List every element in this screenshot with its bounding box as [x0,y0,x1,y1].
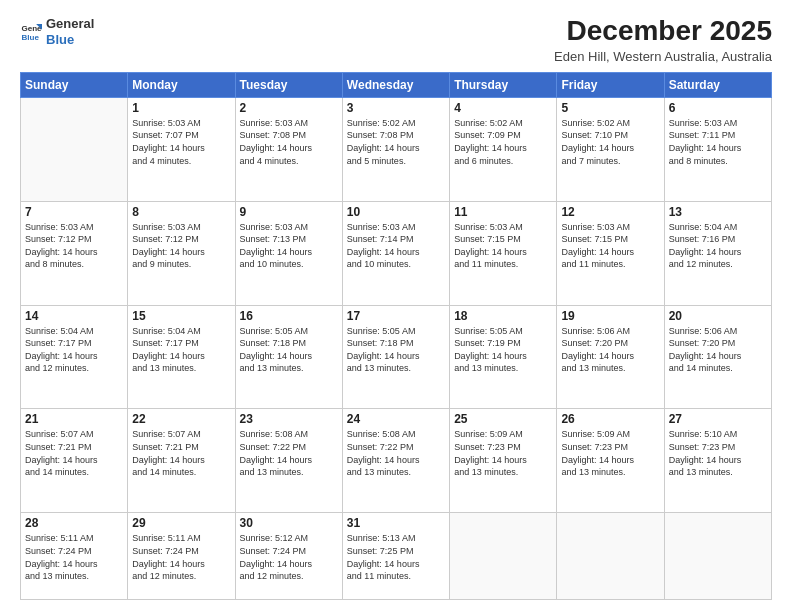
title-section: December 2025 Eden Hill, Western Austral… [554,16,772,64]
calendar-cell: 19Sunrise: 5:06 AM Sunset: 7:20 PM Dayli… [557,305,664,409]
calendar-cell: 27Sunrise: 5:10 AM Sunset: 7:23 PM Dayli… [664,409,771,513]
logo-icon: General Blue [20,21,42,43]
day-number: 19 [561,309,659,323]
day-info: Sunrise: 5:10 AM Sunset: 7:23 PM Dayligh… [669,428,767,478]
day-number: 1 [132,101,230,115]
calendar-cell: 13Sunrise: 5:04 AM Sunset: 7:16 PM Dayli… [664,201,771,305]
calendar-cell: 21Sunrise: 5:07 AM Sunset: 7:21 PM Dayli… [21,409,128,513]
day-number: 2 [240,101,338,115]
calendar-cell [450,513,557,600]
day-info: Sunrise: 5:02 AM Sunset: 7:08 PM Dayligh… [347,117,445,167]
day-info: Sunrise: 5:05 AM Sunset: 7:18 PM Dayligh… [347,325,445,375]
calendar-cell: 31Sunrise: 5:13 AM Sunset: 7:25 PM Dayli… [342,513,449,600]
calendar-cell: 11Sunrise: 5:03 AM Sunset: 7:15 PM Dayli… [450,201,557,305]
day-number: 22 [132,412,230,426]
calendar-cell: 3Sunrise: 5:02 AM Sunset: 7:08 PM Daylig… [342,97,449,201]
calendar-cell: 16Sunrise: 5:05 AM Sunset: 7:18 PM Dayli… [235,305,342,409]
calendar-header-tuesday: Tuesday [235,72,342,97]
day-info: Sunrise: 5:08 AM Sunset: 7:22 PM Dayligh… [240,428,338,478]
day-number: 28 [25,516,123,530]
calendar-cell: 1Sunrise: 5:03 AM Sunset: 7:07 PM Daylig… [128,97,235,201]
day-number: 7 [25,205,123,219]
header: General Blue General Blue December 2025 … [20,16,772,64]
calendar-header-monday: Monday [128,72,235,97]
day-info: Sunrise: 5:09 AM Sunset: 7:23 PM Dayligh… [561,428,659,478]
calendar-week-5: 28Sunrise: 5:11 AM Sunset: 7:24 PM Dayli… [21,513,772,600]
day-info: Sunrise: 5:03 AM Sunset: 7:13 PM Dayligh… [240,221,338,271]
calendar-cell [21,97,128,201]
calendar-week-2: 7Sunrise: 5:03 AM Sunset: 7:12 PM Daylig… [21,201,772,305]
day-info: Sunrise: 5:03 AM Sunset: 7:15 PM Dayligh… [454,221,552,271]
calendar-header-thursday: Thursday [450,72,557,97]
day-info: Sunrise: 5:03 AM Sunset: 7:12 PM Dayligh… [132,221,230,271]
day-number: 17 [347,309,445,323]
calendar-cell: 10Sunrise: 5:03 AM Sunset: 7:14 PM Dayli… [342,201,449,305]
calendar-cell: 9Sunrise: 5:03 AM Sunset: 7:13 PM Daylig… [235,201,342,305]
day-info: Sunrise: 5:09 AM Sunset: 7:23 PM Dayligh… [454,428,552,478]
svg-text:Blue: Blue [21,33,39,42]
calendar-cell: 25Sunrise: 5:09 AM Sunset: 7:23 PM Dayli… [450,409,557,513]
calendar-cell: 20Sunrise: 5:06 AM Sunset: 7:20 PM Dayli… [664,305,771,409]
day-info: Sunrise: 5:05 AM Sunset: 7:19 PM Dayligh… [454,325,552,375]
calendar-week-3: 14Sunrise: 5:04 AM Sunset: 7:17 PM Dayli… [21,305,772,409]
day-number: 20 [669,309,767,323]
day-number: 5 [561,101,659,115]
calendar-week-1: 1Sunrise: 5:03 AM Sunset: 7:07 PM Daylig… [21,97,772,201]
calendar-cell: 17Sunrise: 5:05 AM Sunset: 7:18 PM Dayli… [342,305,449,409]
calendar-cell: 15Sunrise: 5:04 AM Sunset: 7:17 PM Dayli… [128,305,235,409]
day-info: Sunrise: 5:04 AM Sunset: 7:16 PM Dayligh… [669,221,767,271]
calendar-cell: 29Sunrise: 5:11 AM Sunset: 7:24 PM Dayli… [128,513,235,600]
day-number: 23 [240,412,338,426]
day-number: 12 [561,205,659,219]
calendar-cell: 26Sunrise: 5:09 AM Sunset: 7:23 PM Dayli… [557,409,664,513]
calendar-cell: 6Sunrise: 5:03 AM Sunset: 7:11 PM Daylig… [664,97,771,201]
day-info: Sunrise: 5:07 AM Sunset: 7:21 PM Dayligh… [25,428,123,478]
calendar-cell: 12Sunrise: 5:03 AM Sunset: 7:15 PM Dayli… [557,201,664,305]
day-info: Sunrise: 5:02 AM Sunset: 7:09 PM Dayligh… [454,117,552,167]
day-number: 13 [669,205,767,219]
day-number: 9 [240,205,338,219]
day-number: 27 [669,412,767,426]
calendar-cell: 5Sunrise: 5:02 AM Sunset: 7:10 PM Daylig… [557,97,664,201]
day-number: 8 [132,205,230,219]
logo-text: General Blue [46,16,94,47]
calendar-cell [664,513,771,600]
calendar-cell: 22Sunrise: 5:07 AM Sunset: 7:21 PM Dayli… [128,409,235,513]
day-info: Sunrise: 5:03 AM Sunset: 7:15 PM Dayligh… [561,221,659,271]
calendar-cell: 7Sunrise: 5:03 AM Sunset: 7:12 PM Daylig… [21,201,128,305]
day-info: Sunrise: 5:05 AM Sunset: 7:18 PM Dayligh… [240,325,338,375]
day-info: Sunrise: 5:04 AM Sunset: 7:17 PM Dayligh… [132,325,230,375]
calendar-header-wednesday: Wednesday [342,72,449,97]
day-info: Sunrise: 5:03 AM Sunset: 7:12 PM Dayligh… [25,221,123,271]
day-info: Sunrise: 5:03 AM Sunset: 7:08 PM Dayligh… [240,117,338,167]
logo-general: General [46,16,94,32]
day-info: Sunrise: 5:03 AM Sunset: 7:07 PM Dayligh… [132,117,230,167]
day-info: Sunrise: 5:08 AM Sunset: 7:22 PM Dayligh… [347,428,445,478]
calendar-cell: 14Sunrise: 5:04 AM Sunset: 7:17 PM Dayli… [21,305,128,409]
calendar-cell [557,513,664,600]
day-info: Sunrise: 5:06 AM Sunset: 7:20 PM Dayligh… [669,325,767,375]
day-number: 11 [454,205,552,219]
day-number: 15 [132,309,230,323]
calendar-header-row: SundayMondayTuesdayWednesdayThursdayFrid… [21,72,772,97]
day-number: 10 [347,205,445,219]
day-info: Sunrise: 5:06 AM Sunset: 7:20 PM Dayligh… [561,325,659,375]
calendar-header-sunday: Sunday [21,72,128,97]
calendar-cell: 18Sunrise: 5:05 AM Sunset: 7:19 PM Dayli… [450,305,557,409]
calendar-cell: 30Sunrise: 5:12 AM Sunset: 7:24 PM Dayli… [235,513,342,600]
day-number: 25 [454,412,552,426]
calendar-cell: 23Sunrise: 5:08 AM Sunset: 7:22 PM Dayli… [235,409,342,513]
day-info: Sunrise: 5:04 AM Sunset: 7:17 PM Dayligh… [25,325,123,375]
day-info: Sunrise: 5:11 AM Sunset: 7:24 PM Dayligh… [132,532,230,582]
day-number: 24 [347,412,445,426]
day-number: 29 [132,516,230,530]
day-number: 26 [561,412,659,426]
day-number: 6 [669,101,767,115]
day-number: 30 [240,516,338,530]
sub-title: Eden Hill, Western Australia, Australia [554,49,772,64]
calendar-header-friday: Friday [557,72,664,97]
day-info: Sunrise: 5:13 AM Sunset: 7:25 PM Dayligh… [347,532,445,582]
day-number: 16 [240,309,338,323]
logo-blue: Blue [46,32,94,48]
day-number: 4 [454,101,552,115]
